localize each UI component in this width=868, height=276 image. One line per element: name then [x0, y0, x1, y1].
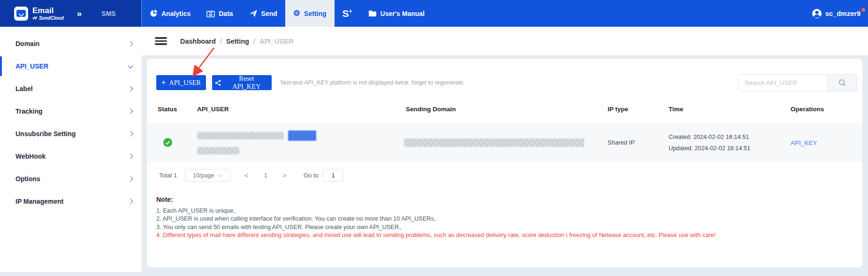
- company-name: SendCloud: [39, 15, 64, 21]
- chevron-right-icon: [128, 199, 133, 204]
- breadcrumb: Dashboard / Setting / API_USER: [180, 38, 293, 45]
- goto-label: Go to: [304, 172, 319, 179]
- nav-data[interactable]: Data: [198, 0, 241, 27]
- nav-s-plus[interactable]: S+: [335, 0, 360, 27]
- share-icon: [215, 80, 221, 86]
- sidebar-item-label[interactable]: Label: [0, 77, 142, 100]
- note-line-2: 2. API_USER is used when calling interfa…: [156, 215, 716, 223]
- nav-label: Data: [219, 10, 233, 17]
- pagination: Total 1 10/page < 1 > Go to: [159, 169, 344, 182]
- note-line-4-warning: 4. Different types of mail have differen…: [156, 231, 716, 239]
- hamburger-menu-icon[interactable]: [155, 36, 167, 46]
- user-name: sc_dmzer9: [825, 10, 860, 17]
- sms-switch[interactable]: SMS: [101, 10, 115, 17]
- chevron-right-icon: [128, 153, 133, 159]
- collapse-sidebar-icon[interactable]: »: [77, 8, 82, 19]
- api-user-cell: [197, 130, 406, 154]
- nav-send[interactable]: Send: [241, 0, 285, 27]
- email-logo-icon: [14, 7, 28, 21]
- api-key-hint-text: Non-test API_KEY platform is not display…: [281, 79, 464, 86]
- created-time: Created: 2024-02-02 16:14:51: [669, 131, 791, 143]
- sidebar-item-domain[interactable]: Domain: [0, 32, 142, 55]
- chevron-right-icon: [128, 41, 133, 46]
- sendcloud-mark-icon: [32, 16, 38, 20]
- nav-setting[interactable]: ⚙ Setting: [285, 0, 335, 27]
- redacted-api-user-text: [197, 132, 284, 139]
- current-page[interactable]: 1: [264, 172, 267, 179]
- top-header: Email SendCloud » SMS Analytics: [0, 0, 868, 27]
- search-icon: [838, 79, 846, 87]
- redacted-blue-tag: [288, 130, 316, 141]
- breadcrumb-setting[interactable]: Setting: [226, 38, 249, 45]
- chevron-down-icon: [219, 172, 223, 177]
- settings-sidebar: Domain API_USER Label Tracking Unsubsrib…: [0, 27, 142, 272]
- add-api-user-button[interactable]: + API_USER: [156, 75, 206, 90]
- breadcrumb-api-user: API_USER: [259, 38, 294, 45]
- breadcrumb-bar: Dashboard / Setting / API_USER: [142, 27, 868, 55]
- notification-dot: [861, 8, 865, 12]
- page-size-select[interactable]: 10/page: [185, 169, 230, 182]
- redacted-domain-text: [404, 138, 584, 147]
- column-operations: Operations: [791, 106, 862, 113]
- sendcloud-api-user-page: Email SendCloud » SMS Analytics: [0, 0, 868, 276]
- sidebar-item-api-user[interactable]: API_USER: [0, 55, 142, 77]
- sidebar-item-options[interactable]: Options: [0, 168, 142, 190]
- search-box: [738, 74, 857, 92]
- paper-plane-icon: [249, 9, 258, 17]
- sending-domain-cell: [406, 138, 608, 147]
- column-status: Status: [158, 106, 197, 113]
- chevron-right-icon: [128, 176, 133, 181]
- sidebar-item-unsubscribe-setting[interactable]: Unsubsribe Setting: [0, 123, 142, 145]
- nav-analytics[interactable]: Analytics: [142, 0, 198, 27]
- updated-time: Updated: 2024-02-02 16:14:51: [669, 143, 791, 154]
- sidebar-item-tracking[interactable]: Tracking: [0, 100, 142, 123]
- search-input[interactable]: [739, 75, 827, 91]
- note-line-1: 1. Each API_USER is unique。: [156, 207, 716, 215]
- nav-label: User's Manual: [381, 10, 425, 17]
- table-row: Shared IP Created: 2024-02-02 16:14:51 U…: [147, 123, 862, 162]
- chevron-right-icon: [128, 86, 133, 91]
- sidebar-item-ip-management[interactable]: IP Management: [0, 190, 142, 213]
- note-title: Note:: [156, 196, 716, 204]
- nav-label: Setting: [304, 10, 326, 17]
- pie-chart-icon: [150, 9, 158, 17]
- api-key-link[interactable]: API_KEY: [791, 139, 817, 146]
- column-api-user: API_USER: [197, 106, 406, 113]
- total-count: Total 1: [159, 172, 177, 179]
- table-header: Status API_USER Sending Domain IP type T…: [147, 106, 862, 113]
- ip-type-cell: Shared IP: [608, 139, 669, 146]
- column-time: Time: [669, 106, 791, 113]
- envelope-icon: [206, 10, 215, 17]
- note-line-3: 3. You only can send 50 emails with test…: [156, 223, 716, 231]
- breadcrumb-dashboard[interactable]: Dashboard: [180, 38, 216, 45]
- nav-label: Analytics: [161, 10, 190, 17]
- time-cell: Created: 2024-02-02 16:14:51 Updated: 20…: [669, 131, 791, 154]
- reset-api-key-button[interactable]: Reset API_KEY: [212, 75, 272, 90]
- column-ip-type: IP type: [608, 106, 669, 113]
- brand-text: Email SendCloud: [32, 7, 64, 21]
- brand-area[interactable]: Email SendCloud » SMS: [0, 0, 142, 27]
- operations-cell: API_KEY: [791, 138, 862, 147]
- nav-label: Send: [261, 10, 277, 17]
- api-user-panel: + API_USER Reset API_KEY Non-test API_KE…: [147, 59, 862, 268]
- redacted-api-user-subtext: [197, 147, 239, 154]
- s-plus-logo: S+: [343, 8, 352, 19]
- user-avatar-icon: [812, 8, 822, 19]
- user-menu[interactable]: sc_dmzer9: [812, 0, 868, 27]
- next-page-button[interactable]: >: [283, 172, 287, 179]
- gear-icon: ⚙: [293, 9, 300, 17]
- search-button[interactable]: [827, 75, 857, 91]
- plus-icon: +: [161, 79, 166, 86]
- note-section: Note: 1. Each API_USER is unique。 2. API…: [156, 196, 716, 239]
- primary-nav: Analytics Data Send ⚙ Setting: [142, 0, 868, 27]
- nav-users-manual[interactable]: User's Manual: [360, 0, 433, 27]
- chevron-down-icon: [128, 63, 133, 68]
- chevron-right-icon: [128, 131, 133, 136]
- product-name: Email: [32, 7, 64, 15]
- sidebar-item-webhook[interactable]: WebHook: [0, 145, 142, 168]
- folder-icon: [368, 10, 377, 17]
- goto-page-input[interactable]: [323, 169, 344, 182]
- prev-page-button[interactable]: <: [244, 172, 248, 179]
- status-enabled-icon: [163, 138, 172, 147]
- column-sending-domain: Sending Domain: [406, 106, 608, 113]
